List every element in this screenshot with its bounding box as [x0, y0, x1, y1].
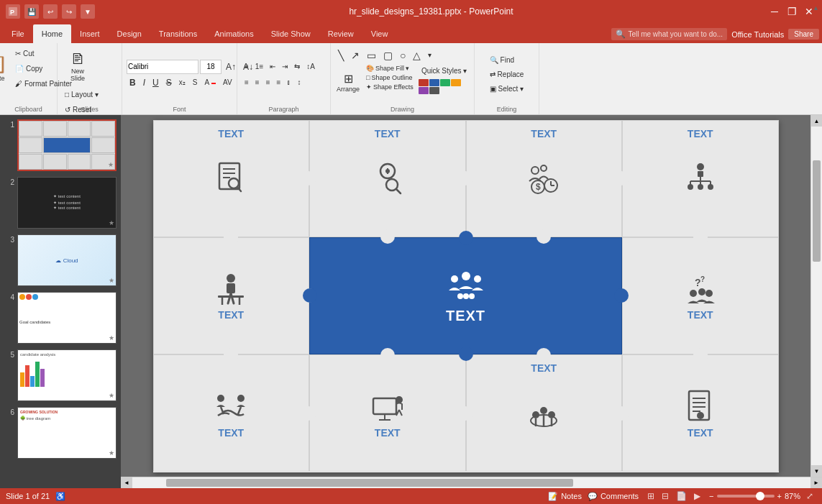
numbering-button[interactable]: 1≡: [252, 60, 266, 74]
select-button[interactable]: ▣ Select ▾: [487, 82, 527, 96]
reading-view-button[interactable]: 📄: [673, 490, 690, 502]
shape-triangle[interactable]: △: [410, 48, 424, 63]
strikethrough-button[interactable]: S: [163, 75, 175, 90]
qs-swatch-red[interactable]: [419, 79, 429, 86]
qs-swatch-purple[interactable]: [419, 87, 429, 94]
slide-thumb-2[interactable]: 2 ✦ text content ✦ text content ✦ text c…: [3, 175, 118, 230]
shape-line[interactable]: ╲: [335, 48, 347, 63]
align-center-button[interactable]: ≡: [252, 75, 262, 90]
comments-button[interactable]: 💬 Comments: [588, 492, 639, 501]
zoom-out-icon[interactable]: −: [709, 492, 713, 500]
scroll-up-arrow[interactable]: ▲: [811, 115, 822, 127]
slide-num-4: 4: [4, 292, 14, 301]
save-icon[interactable]: 💾: [24, 4, 39, 19]
svg-point-48: [237, 395, 245, 402]
minimize-button[interactable]: ─: [767, 4, 782, 19]
scroll-down-arrow[interactable]: ▼: [811, 465, 822, 477]
tab-slideshow[interactable]: Slide Show: [262, 24, 319, 43]
undo-icon[interactable]: ↩: [43, 4, 58, 19]
scroll-left-arrow[interactable]: ◄: [121, 477, 132, 488]
ribbon-collapse-button[interactable]: ▲: [813, 3, 819, 12]
tab-review[interactable]: Review: [319, 24, 362, 43]
zoom-in-icon[interactable]: +: [777, 492, 782, 500]
line-spacing-button[interactable]: ↕: [294, 75, 303, 90]
normal-view-button[interactable]: ⊞: [644, 490, 657, 502]
slide-thumb-5[interactable]: 5 candidate analysis ★: [3, 348, 118, 403]
tab-view[interactable]: View: [362, 24, 397, 43]
font-name-input[interactable]: [127, 60, 198, 74]
underline-button[interactable]: U: [150, 75, 162, 90]
qs-swatch-dark[interactable]: [429, 87, 439, 94]
puzzle-cell-5: TEXT: [153, 237, 310, 354]
share-button[interactable]: Share: [788, 29, 819, 40]
columns-button[interactable]: ⫾: [284, 75, 293, 90]
shape-outline-button[interactable]: □ Shape Outline: [364, 73, 416, 82]
tab-home[interactable]: Home: [33, 24, 71, 43]
slideshow-view-button[interactable]: ▶: [691, 490, 703, 502]
shape-ellipse[interactable]: ○: [397, 48, 408, 63]
shape-fill-button[interactable]: 🎨 Shape Fill ▾: [364, 64, 416, 73]
slide-thumb-3[interactable]: 3 ☁ Cloud ★: [3, 233, 118, 288]
shape-more[interactable]: ▾: [425, 48, 434, 63]
new-slide-button[interactable]: 🖹 New Slide: [62, 46, 93, 86]
find-button[interactable]: 🔍 Find: [487, 53, 527, 68]
tab-transitions[interactable]: Transitions: [150, 24, 206, 43]
slide-thumb-1[interactable]: 1 ★: [3, 118, 118, 173]
slide-sorter-button[interactable]: ⊟: [659, 490, 672, 502]
scroll-track[interactable]: [811, 127, 822, 465]
customize-icon[interactable]: ▼: [81, 4, 95, 19]
tab-file[interactable]: File: [3, 24, 33, 43]
horizontal-scrollbar[interactable]: ◄ ►: [121, 477, 822, 488]
slide-num-2: 2: [4, 177, 14, 186]
tab-animations[interactable]: Animations: [206, 24, 262, 43]
bold-button[interactable]: B: [127, 75, 139, 90]
redo-icon[interactable]: ↪: [62, 4, 76, 19]
replace-button[interactable]: ⇄ Replace: [487, 68, 527, 82]
slide-thumb-6[interactable]: 6 GROWING SOLUTION 🌳 tree diagram ★: [3, 406, 118, 460]
align-left-button[interactable]: ≡: [242, 75, 252, 90]
slide-thumb-4[interactable]: 4 Goal candidates ★: [3, 290, 118, 345]
quick-styles-button[interactable]: Quick Styles ▾: [419, 64, 470, 78]
font-size-input[interactable]: [200, 60, 222, 74]
notes-button[interactable]: 📝 Notes: [548, 492, 582, 501]
text-direction-button[interactable]: ↕A: [303, 60, 318, 74]
align-right-button[interactable]: ≡: [263, 75, 273, 90]
justify-button[interactable]: ≡: [274, 75, 284, 90]
shadow-button[interactable]: S: [190, 75, 201, 90]
subscript-button[interactable]: x₂: [176, 75, 188, 90]
decrease-indent-button[interactable]: ⇤: [267, 60, 278, 74]
increase-indent-button[interactable]: ⇥: [279, 60, 291, 74]
qs-swatch-orange[interactable]: [451, 79, 461, 86]
qs-swatch-blue[interactable]: [429, 79, 439, 86]
tab-insert[interactable]: Insert: [71, 24, 109, 43]
scroll-thumb[interactable]: [813, 160, 821, 262]
canvas-area[interactable]: TEXT: [121, 115, 810, 477]
h-scroll-track[interactable]: [132, 477, 810, 488]
char-spacing-button[interactable]: AV: [220, 75, 235, 90]
vertical-scrollbar[interactable]: ▲ ▼: [810, 115, 822, 477]
svg-point-29: [227, 274, 235, 283]
shape-effects-button[interactable]: ✦ Shape Effects: [364, 83, 416, 91]
office-tutorials-link[interactable]: Office Tutorials: [731, 30, 784, 39]
powerpoint-icon[interactable]: P: [6, 4, 20, 19]
increase-font-button[interactable]: A↑: [223, 60, 239, 74]
tab-design[interactable]: Design: [109, 24, 150, 43]
bullets-button[interactable]: ≡: [242, 60, 252, 74]
scroll-right-arrow[interactable]: ►: [810, 477, 822, 488]
svg-point-60: [548, 411, 555, 418]
shape-rect[interactable]: ▭: [364, 48, 379, 63]
h-scroll-thumb[interactable]: [166, 479, 573, 487]
fit-slide-button[interactable]: ⤢: [803, 490, 816, 502]
layout-button[interactable]: □ Layout ▾: [62, 87, 117, 101]
paste-button[interactable]: 📋 Paste: [0, 46, 11, 89]
arrange-button[interactable]: ⊞ Arrange: [335, 64, 361, 101]
restore-button[interactable]: ❐: [785, 4, 799, 19]
shape-rounded-rect[interactable]: ▢: [380, 48, 396, 63]
zoom-slider[interactable]: [717, 495, 775, 498]
tell-me-bar[interactable]: 🔍 Tell me what you want to do...: [611, 28, 727, 40]
font-color-button[interactable]: A▬: [201, 75, 219, 90]
smartart-convert-button[interactable]: ⇆: [291, 60, 303, 74]
italic-button[interactable]: I: [140, 75, 148, 90]
qs-swatch-green[interactable]: [440, 79, 450, 86]
shape-arrow[interactable]: ↗: [348, 48, 362, 63]
